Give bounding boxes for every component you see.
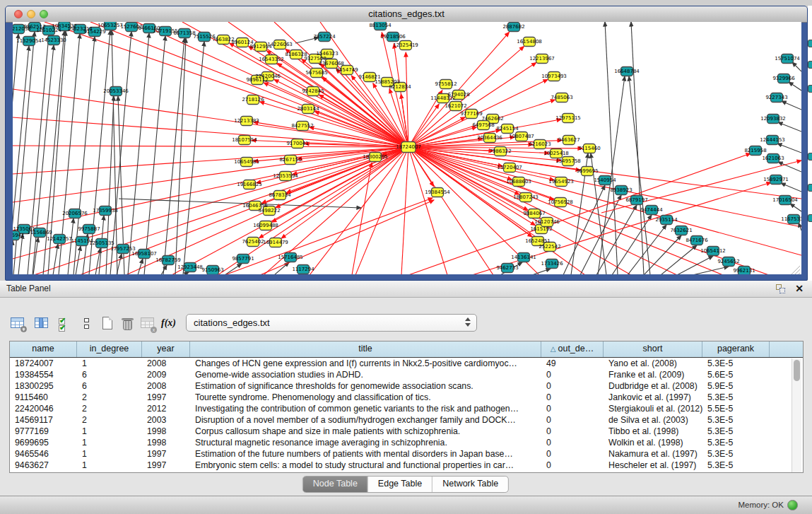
citation-network-graph[interactable]: 1621203898625121261022410834532158232149… [13,22,801,274]
status-bar: Memory: OK [0,496,812,514]
table-row[interactable]: 911546021997Tourette syndrome. Phenomeno… [10,392,803,403]
combo-arrows-icon [465,317,471,327]
graph-edge[interactable] [532,269,551,274]
column-header-year[interactable]: year [142,341,190,357]
graph-node-label: 12444153 [760,137,785,143]
table-cell: Disruption of a novel member of a sodium… [190,414,541,426]
graph-edge[interactable] [563,185,605,274]
graph-edge[interactable] [782,101,801,110]
column-header-out_de[interactable]: △out_de… [541,341,604,357]
column-header-short[interactable]: short [604,341,702,357]
tab-network-table[interactable]: Network Table [433,477,508,492]
column-visibility-icon[interactable] [33,315,51,333]
graph-edge[interactable] [612,215,652,274]
graph-edge[interactable] [605,22,618,274]
float-panel-icon[interactable] [776,284,785,293]
graph-node-label: 14523330 [41,37,66,43]
graph-edge[interactable] [778,122,801,132]
graph-edge[interactable] [53,244,58,274]
close-panel-icon[interactable]: ✕ [795,283,804,294]
graph-edge[interactable] [264,83,408,147]
graph-node-label: 16099488 [253,223,278,228]
table-row[interactable]: 969969511998Structural magnetic resonanc… [10,437,803,448]
graph-node-label: 8813054 [369,23,392,28]
table-scrollbar[interactable] [792,358,801,472]
graph-node-label: 20364436 [477,135,502,141]
graph-edge[interactable] [408,147,801,255]
table-mode-icon[interactable] [8,315,27,333]
graph-edge[interactable] [260,102,408,147]
graph-node-label: 8938923 [610,187,632,193]
table-selector-dropdown[interactable]: citations_edges.txt [186,314,477,332]
column-header-name[interactable]: name [10,341,77,357]
table-row[interactable]: 977716911998Corpus callosum shape and si… [10,426,803,437]
graph-edge[interactable] [792,266,800,274]
graph-edge[interactable] [138,259,143,274]
graph-edge[interactable] [175,38,186,274]
row-height-icon[interactable] [78,315,96,333]
table-row[interactable]: 946554611997Estimation of the future num… [10,448,803,460]
graph-edge[interactable] [601,160,801,213]
graph-node-label: 6671358 [173,30,195,36]
tab-edge-table[interactable]: Edge Table [368,477,433,492]
graph-edge[interactable] [260,200,434,274]
column-header-pagerank[interactable]: pagerank [702,341,770,357]
delete-column-icon[interactable] [119,315,137,333]
table-row[interactable]: 2242004622012Investigating the contribut… [10,403,803,414]
graph-edge[interactable] [408,147,493,274]
function-builder-icon[interactable]: f(x) [160,315,178,333]
column-header-title[interactable]: title [190,341,541,357]
graph-edge[interactable] [110,32,131,274]
graph-edge[interactable] [13,146,408,147]
table-row[interactable]: 1938455462009Genome-wide association stu… [10,369,803,380]
graph-node-label: 19166825 [237,182,262,187]
table-row[interactable]: 1872400712008Changes of HCN gene express… [10,358,803,369]
table-cell: 1997 [142,460,190,471]
graph-edge[interactable] [144,36,165,274]
column-selection-icon[interactable]: ✔✔ [57,315,75,333]
graph-edge[interactable] [183,42,204,274]
table-panel-title: Table Panel [6,284,51,293]
graph-edge[interactable] [34,147,408,274]
graph-edge[interactable] [408,33,509,147]
graph-node-label: 8245154 [496,126,519,132]
graph-node-label: 8212834 [389,84,411,90]
column-header-in_degree[interactable]: in_degree [77,341,142,357]
graph-node-label: 11448312 [430,95,456,101]
table-row[interactable]: 1830029562008Estimation of significance … [10,380,803,392]
graph-edge[interactable] [136,22,408,147]
table-row[interactable]: 946362711997Embryonic stem cells: a mode… [10,460,803,471]
graph-edge[interactable] [128,33,149,274]
graph-edge[interactable] [112,30,117,274]
table-cell: 5.3E-5 [702,437,770,448]
memory-status-icon[interactable] [787,500,798,510]
graph-edge[interactable] [13,147,408,202]
network-canvas[interactable]: 1621203898625121261022410834532158232149… [13,22,801,274]
graph-edge[interactable] [408,104,439,147]
scrollbar-thumb[interactable] [794,360,800,381]
graph-node-label: 10025418 [543,151,569,156]
graph-node-label: 10688603 [506,179,531,185]
network-window-titlebar[interactable]: citations_edges.txt [6,6,807,23]
graph-node-label: 12213383 [234,118,259,124]
graph-edge[interactable] [163,38,184,274]
graph-node-label: 16120746 [534,219,560,225]
graph-edge[interactable] [777,144,801,153]
graph-node-label: 8267150 [279,157,301,163]
partial-node [808,40,812,47]
graph-edge[interactable] [401,147,408,274]
graph-edge[interactable] [184,272,189,274]
table-row[interactable]: 1456911722003Disruption of a novel membe… [10,414,803,426]
graph-edge[interactable] [693,267,729,274]
graph-edge[interactable] [790,204,801,211]
graph-edge[interactable] [68,218,73,274]
graph-edge[interactable] [781,183,801,192]
graph-edge[interactable] [799,273,800,274]
tab-node-table[interactable]: Node Table [303,477,368,492]
new-column-icon[interactable] [99,315,117,333]
graph-node-label: 11156869 [27,230,52,235]
graph-edge[interactable] [792,62,801,71]
table-cell: 1 [77,426,142,437]
graph-edge[interactable] [789,82,801,90]
graph-edge[interactable] [18,234,23,274]
